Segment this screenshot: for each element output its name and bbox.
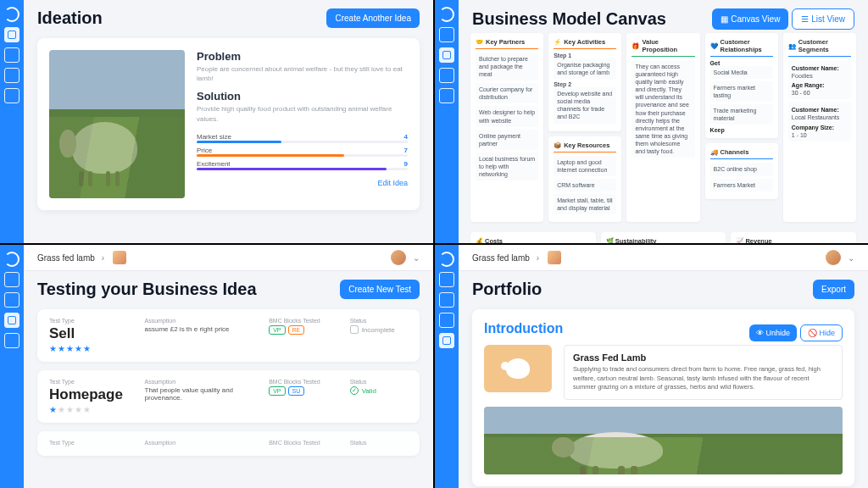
sidebar xyxy=(0,245,24,488)
idea-card: Problem People are concerned about anima… xyxy=(37,38,420,210)
problem-heading: Problem xyxy=(197,50,408,63)
block-revenue: 📈 Revenue Revenue Model:Pay per box xyxy=(731,232,856,243)
list-item: Web designer to help with website xyxy=(476,106,538,126)
block-costs: 💰 Costs Annual Fixed Costs3,600 xyxy=(470,232,596,243)
problem-text: People are concerned about animal welfar… xyxy=(197,64,408,83)
nav-portfolio-icon[interactable] xyxy=(439,333,454,348)
panel-testing: Grass fed lamb › ⌄ Testing your Business… xyxy=(0,245,433,488)
checkbox-icon[interactable] xyxy=(350,325,359,334)
block-channels: 🚚Channels B2C online shopFarmers Market xyxy=(705,143,778,198)
canvas-view-button[interactable]: ▦ Canvas View xyxy=(712,8,788,30)
test-card[interactable]: Test TypeSell★★★★★ Assumptionassume £2 i… xyxy=(37,309,420,362)
leaf-icon: 🌿 xyxy=(606,237,614,243)
block-customer-relationships: 💙Customer Relationships Get Social Media… xyxy=(705,33,778,138)
page-title: Ideation xyxy=(37,8,103,28)
sidebar xyxy=(0,0,24,243)
block-key-partners: 🤝Key Partners Butcher to prepare and pac… xyxy=(470,33,543,222)
solution-text: Provide high quality food product with o… xyxy=(197,104,408,123)
nav-testing-icon[interactable] xyxy=(439,68,454,83)
chevron-down-icon[interactable]: ⌄ xyxy=(848,253,854,263)
app-logo-icon[interactable] xyxy=(4,252,19,267)
panel-bmc: Business Model Canvas ▦ Canvas View ☰ Li… xyxy=(435,0,868,243)
block-sustainability: 🌿 Sustainability Good Health and Well Be… xyxy=(601,232,726,243)
chart-icon: 📈 xyxy=(736,237,743,243)
project-avatar xyxy=(113,251,126,264)
chevron-right-icon: › xyxy=(102,253,104,263)
project-avatar xyxy=(548,251,561,264)
gift-icon: 🎁 xyxy=(632,42,639,50)
page-title: Testing your Business Idea xyxy=(37,280,257,299)
metric-row: Price7 xyxy=(197,147,408,154)
list-item: Butcher to prepare and package the meat xyxy=(476,53,538,80)
sidebar xyxy=(435,0,459,243)
nav-canvas-icon[interactable] xyxy=(439,47,454,63)
truck-icon: 🚚 xyxy=(710,148,718,156)
hide-button[interactable]: 🚫 Hide xyxy=(800,324,843,341)
list-item: Laptop and good internet connection xyxy=(554,156,616,176)
intro-heading: Introduction xyxy=(484,321,563,336)
nav-testing-icon[interactable] xyxy=(4,313,19,328)
list-item: Local business forum to help with networ… xyxy=(476,152,538,180)
create-test-button[interactable]: Create New Test xyxy=(340,280,420,299)
list-item: Online payment partner xyxy=(476,130,538,150)
solution-heading: Solution xyxy=(197,90,408,103)
nav-canvas-icon[interactable] xyxy=(439,292,454,308)
nav-canvas-icon[interactable] xyxy=(4,292,19,308)
chevron-right-icon: › xyxy=(537,253,539,263)
hero-image xyxy=(484,407,843,474)
test-card[interactable]: Test TypeHomepage★★★★★ AssumptionThat pe… xyxy=(37,370,420,423)
app-logo-icon[interactable] xyxy=(439,252,454,267)
user-avatar[interactable] xyxy=(826,250,841,265)
block-value-proposition: 🎁Value Proposition They can access guara… xyxy=(626,33,699,222)
nav-testing-icon[interactable] xyxy=(439,313,454,328)
handshake-icon: 🤝 xyxy=(476,38,483,46)
list-item: B2C online shop xyxy=(710,163,773,175)
nav-portfolio-icon[interactable] xyxy=(4,88,19,103)
edit-idea-link[interactable]: Edit Idea xyxy=(377,179,408,187)
test-card[interactable]: Test Type Assumption BMC Blocks Tested S… xyxy=(37,431,420,456)
box-icon: 📦 xyxy=(554,141,561,149)
export-button[interactable]: Export xyxy=(813,280,854,299)
list-item: Courier company for distribution xyxy=(476,83,538,103)
nav-testing-icon[interactable] xyxy=(4,68,19,83)
users-icon: 👥 xyxy=(788,42,796,50)
panel-portfolio: Grass fed lamb › ⌄ Portfolio Export Intr… xyxy=(435,245,868,488)
nav-ideation-icon[interactable] xyxy=(439,27,454,42)
block-customer-segments: 👥Customer Segments Customer Name:Foodies… xyxy=(783,33,856,222)
nav-ideation-icon[interactable] xyxy=(4,272,19,287)
idea-image xyxy=(49,50,185,198)
project-summary: Grass Fed Lamb Supplying to trade and co… xyxy=(564,345,843,400)
nav-ideation-icon[interactable] xyxy=(4,27,19,42)
portfolio-intro-card: Introduction 👁 Unhide 🚫 Hide Grass Fed L… xyxy=(472,309,854,486)
metric-row: Market size4 xyxy=(197,133,408,141)
unhide-button[interactable]: 👁 Unhide xyxy=(749,324,797,341)
heart-icon: 💙 xyxy=(710,42,718,50)
project-logo xyxy=(484,345,552,392)
chevron-down-icon[interactable]: ⌄ xyxy=(413,253,420,263)
breadcrumb: Grass fed lamb › ⌄ xyxy=(459,245,868,271)
user-avatar[interactable] xyxy=(391,250,406,265)
nav-portfolio-icon[interactable] xyxy=(439,88,454,103)
panel-ideation: Ideation Create Another Idea ← → Problem… xyxy=(0,0,433,243)
list-item: Farmers Market xyxy=(710,179,773,191)
list-item: Market stall, table, till and display ma… xyxy=(554,194,616,214)
sidebar xyxy=(435,245,459,488)
block-key-activities: ⚡Key Activities Step 1 Organise packagin… xyxy=(548,33,621,131)
nav-ideation-icon[interactable] xyxy=(439,272,454,287)
lightning-icon: ⚡ xyxy=(554,38,561,46)
metric-row: Excitement9 xyxy=(197,160,408,168)
nav-portfolio-icon[interactable] xyxy=(4,333,19,348)
app-logo-icon[interactable] xyxy=(4,7,19,22)
nav-canvas-icon[interactable] xyxy=(4,47,19,63)
check-icon: ✓ xyxy=(350,386,359,395)
page-title: Portfolio xyxy=(472,280,542,299)
breadcrumb: Grass fed lamb › ⌄ xyxy=(24,245,433,271)
page-title: Business Model Canvas xyxy=(472,9,666,29)
coin-icon: 💰 xyxy=(476,237,483,243)
block-key-resources: 📦Key Resources Laptop and good internet … xyxy=(548,136,621,222)
app-logo-icon[interactable] xyxy=(439,7,454,22)
create-idea-button[interactable]: Create Another Idea xyxy=(326,8,420,28)
list-view-button[interactable]: ☰ List View xyxy=(792,8,854,30)
list-item: CRM software xyxy=(554,179,616,191)
